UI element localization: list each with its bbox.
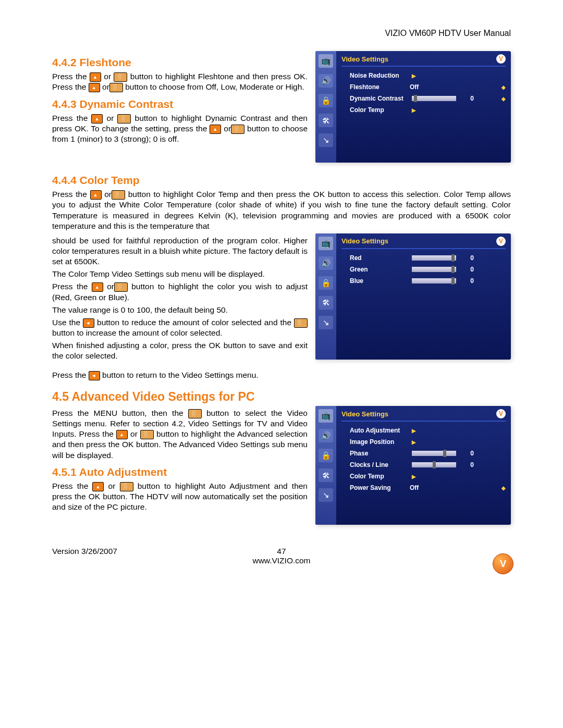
up-button-icon xyxy=(91,114,103,124)
osd-icon-lock: 🔒 xyxy=(319,449,333,462)
osd-row: Clocks / Line0 xyxy=(341,459,506,471)
osd-row: Color Temp▶ xyxy=(341,471,506,482)
up-button-icon xyxy=(116,430,128,439)
osd-icon-lock: 🔒 xyxy=(319,276,333,290)
heading-4-4-4: 4.4.4 Color Temp xyxy=(52,173,511,187)
text-block-fleshtone-dc: 4.4.2 Fleshtone Press the or button to h… xyxy=(52,51,308,146)
footer-url: www.VIZIO.com xyxy=(52,556,511,565)
down-button-icon xyxy=(231,125,244,134)
up-button-icon xyxy=(89,83,100,92)
osd-row: Dynamic Contrast0◆ xyxy=(341,93,506,104)
up-button-icon xyxy=(92,282,103,292)
osd-title: Video Settings xyxy=(341,237,388,245)
osd-icon-video: 📺 xyxy=(319,237,333,250)
header-product: VIZIO VM60P HDTV User Manual xyxy=(52,29,511,38)
left-button-icon xyxy=(83,318,94,328)
osd-sidebar: 📺 🔊 🔒 🛠 ↘ xyxy=(315,51,336,163)
text-block-color-temp-top: 4.4.4 Color Temp Press the or button to … xyxy=(52,173,511,231)
heading-4-4-3: 4.4.3 Dynamic Contrast xyxy=(52,97,308,111)
text-block-color-temp-body: should be used for faithful reproduction… xyxy=(52,233,308,364)
osd-row: Phase0 xyxy=(341,448,506,459)
osd-logo-badge: V xyxy=(496,54,506,64)
heading-4-5-1: 4.5.1 Auto Adjustment xyxy=(52,465,308,479)
osd-row: Red0 xyxy=(341,252,506,264)
footer: Version 3/26/2007 47 www.VIZIO.com V xyxy=(52,547,511,572)
osd-row: Blue0 xyxy=(341,275,506,287)
down-button-icon xyxy=(109,83,123,92)
osd-title: Video Settings xyxy=(341,410,388,418)
up-button-icon xyxy=(90,72,101,82)
down-button-icon xyxy=(114,72,127,82)
osd-screenshot-advanced-pc: 📺 🔊 🔒 🛠 ↘ Video Settings V Auto Adjustme… xyxy=(315,406,511,525)
osd-icon-setup: 🛠 xyxy=(319,468,333,482)
osd-row: Auto Adjustment▶ xyxy=(341,425,506,436)
osd-sidebar: 📺 🔊 🔒 🛠 ↘ xyxy=(315,233,336,360)
osd-icon-exit: ↘ xyxy=(319,488,333,502)
down-button-icon xyxy=(114,282,128,292)
osd-icon-setup: 🛠 xyxy=(319,296,333,310)
osd-row: Noise Reduction▶ xyxy=(341,70,506,81)
osd-icon-setup: 🛠 xyxy=(319,114,333,127)
right-button-icon xyxy=(294,318,308,328)
osd-row: FleshtoneOff◆ xyxy=(341,81,506,93)
osd-row: Power SavingOff◆ xyxy=(341,482,506,493)
footer-version: Version 3/26/2007 xyxy=(52,547,205,556)
osd-row: Image Position▶ xyxy=(341,436,506,448)
osd-row: Color Temp▶ xyxy=(341,104,506,116)
up-button-icon xyxy=(90,190,102,200)
up-button-icon xyxy=(210,125,221,134)
heading-4-5: 4.5 Advanced Video Settings for PC xyxy=(52,390,511,404)
footer-page-number: 47 xyxy=(205,547,358,556)
osd-sidebar: 📺 🔊 🔒 🛠 ↘ xyxy=(315,406,336,525)
vizio-logo-icon: V xyxy=(493,553,513,574)
osd-title: Video Settings xyxy=(341,55,388,63)
down-button-icon xyxy=(112,190,125,200)
osd-icon-exit: ↘ xyxy=(319,316,333,329)
up-button-icon xyxy=(92,482,104,491)
osd-icon-exit: ↘ xyxy=(319,133,333,147)
osd-screenshot-rgb: 📺 🔊 🔒 🛠 ↘ Video Settings V Red0 Green0 B… xyxy=(315,233,511,360)
osd-icon-video: 📺 xyxy=(319,54,333,68)
down-button-icon xyxy=(120,482,133,491)
text-block-color-temp-end: Press the button to return to the Video … xyxy=(52,370,511,380)
osd-row: Green0 xyxy=(341,264,506,275)
text-block-advanced-pc: Press the MENU button, then the button t… xyxy=(52,406,308,514)
nav-button-icon xyxy=(188,409,202,418)
osd-logo-badge: V xyxy=(496,409,506,418)
left-button-icon xyxy=(89,371,100,380)
osd-logo-badge: V xyxy=(496,237,506,246)
osd-icon-audio: 🔊 xyxy=(319,256,333,270)
osd-icon-audio: 🔊 xyxy=(319,429,333,442)
osd-icon-video: 📺 xyxy=(319,409,333,423)
heading-4-4-2: 4.4.2 Fleshtone xyxy=(52,55,308,69)
down-button-icon xyxy=(140,430,154,439)
osd-icon-lock: 🔒 xyxy=(319,94,333,107)
down-button-icon xyxy=(117,114,131,124)
osd-screenshot-video-settings-1: 📺 🔊 🔒 🛠 ↘ Video Settings V Noise Reducti… xyxy=(315,51,511,163)
osd-icon-audio: 🔊 xyxy=(319,74,333,88)
